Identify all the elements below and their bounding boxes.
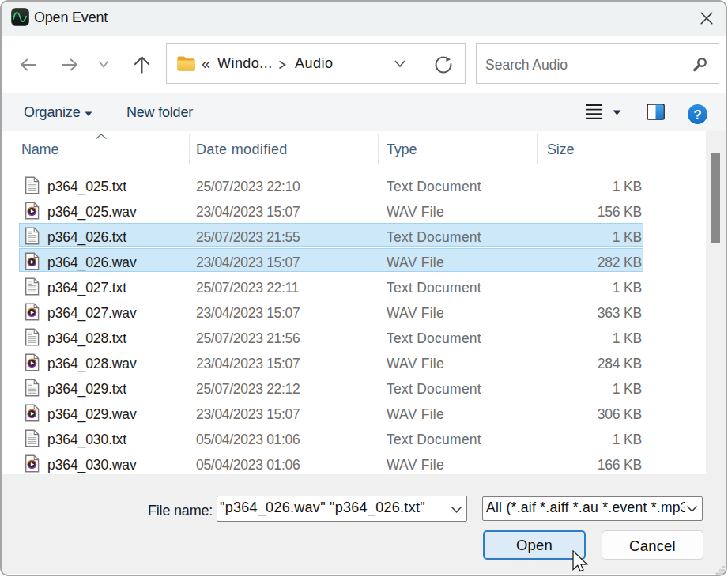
svg-text:?: ? [693,107,701,122]
